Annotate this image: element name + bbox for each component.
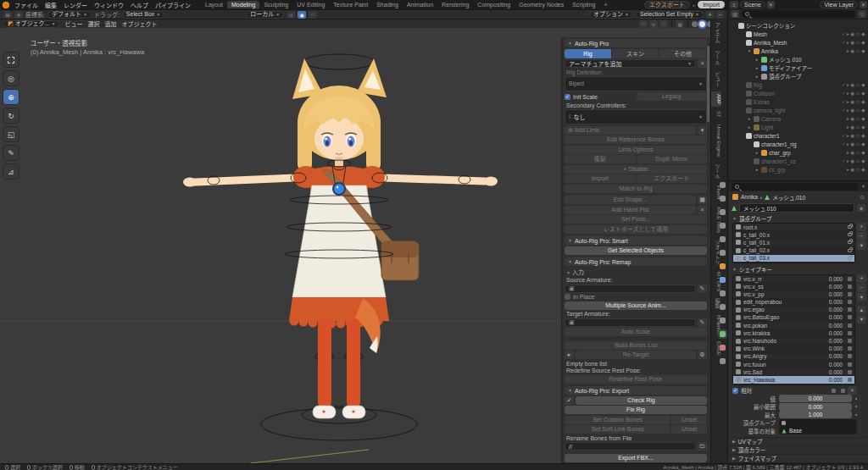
shading-wireframe-icon[interactable]	[692, 21, 698, 27]
add-hand-fist-button[interactable]: Add Hand Fist	[565, 206, 696, 214]
match-to-rig-button[interactable]: Match to Rig	[565, 185, 707, 193]
shape-key-row[interactable]: vrc_Hawawa 0.000	[733, 376, 854, 384]
vertex-group-specials-button[interactable]: ▾	[857, 241, 866, 250]
shape-key-mute-icon[interactable]	[848, 331, 852, 335]
shape-key-mute-icon[interactable]	[848, 378, 852, 382]
workspace-tab[interactable]: Scripting	[568, 1, 599, 8]
vertex-group-row[interactable]: c_tail_01.x	[733, 239, 854, 246]
menu-item[interactable]: ヘルプ	[127, 1, 152, 9]
visibility-toggles[interactable]: ▸◉▭◆	[847, 167, 866, 172]
outliner-row[interactable]: Rig ✓▸◉▭◆	[728, 80, 868, 89]
duplicate-button[interactable]: 複製	[565, 155, 636, 163]
properties-search-input[interactable]	[732, 183, 859, 191]
expand-icon[interactable]: ▸	[754, 65, 760, 70]
menu-item[interactable]: ファイル	[11, 1, 42, 9]
shape-key-row[interactable]: vrc.Wink 0.000	[733, 346, 854, 353]
limb-options-button[interactable]: Limb Options	[565, 146, 707, 154]
shape-keys-header[interactable]: ▼シェイプキー	[728, 265, 868, 274]
move-shape-key-down-button[interactable]: ▾	[857, 315, 866, 323]
redefine-rest-pose-button[interactable]: Redefine Rest Pose	[565, 375, 707, 384]
selection-set-add-button[interactable]: +	[706, 11, 714, 19]
selection-set-remove-button[interactable]: −	[716, 11, 724, 19]
shape-key-row[interactable]: vrc.pokan 0.000	[733, 322, 854, 329]
properties-tab-icon[interactable]	[720, 196, 726, 202]
expand-icon[interactable]: ▸	[754, 57, 760, 62]
workspace-tab[interactable]: +	[599, 1, 611, 8]
legacy-button[interactable]: Legacy	[637, 92, 708, 101]
arp-export-header[interactable]: ▼Auto-Rig Pro: Export	[565, 386, 707, 395]
shape-key-value[interactable]: 0.000	[829, 377, 843, 383]
shape-key-value[interactable]: 0.000	[829, 346, 843, 351]
remove-armature-button[interactable]: ×	[698, 59, 707, 68]
shape-key-row[interactable]: vrc.v_rr 0.000	[733, 275, 854, 283]
properties-tab-icon[interactable]	[720, 250, 726, 256]
n-panel-tab[interactable]: Unreal Engine	[711, 122, 721, 159]
disable-button[interactable]: × Disable	[565, 165, 707, 174]
outliner-row[interactable]: ▸ Light ▸◉▭◆	[728, 123, 868, 131]
arp-panel-header[interactable]: ▼Auto-Rig Pro	[565, 39, 707, 47]
shape-key-mute-icon[interactable]	[848, 339, 852, 343]
vertex-groups-header[interactable]: ▼頂点グループ	[728, 213, 868, 223]
snap-magnet-icon[interactable]: ∪	[287, 11, 295, 19]
shape-key-mute-icon[interactable]	[848, 315, 852, 319]
outliner-row[interactable]: ▸ モディファイアー	[728, 64, 868, 72]
collapsed-panel-header[interactable]: ▶頂点カラー	[728, 445, 868, 454]
annotate-tool[interactable]: ✎	[3, 145, 19, 161]
data-name-field[interactable]: メッシュ.010	[739, 203, 854, 213]
shape-key-mute-icon[interactable]	[848, 285, 852, 289]
set-soft-link-button[interactable]: Set Soft-Link Bones	[565, 425, 670, 434]
n-panel-tab[interactable]: アイテム	[711, 20, 721, 46]
secondary-controllers-dropdown[interactable]: ⟟なし▼	[565, 109, 707, 124]
collapsed-panel-header[interactable]: ▶フェイスマップ	[728, 454, 868, 462]
unset-custom-bones-button[interactable]: Unset	[671, 416, 707, 424]
viewport-menu-item[interactable]: 選択	[85, 19, 102, 28]
shape-key-value[interactable]: 0.000	[829, 323, 843, 329]
outliner-row[interactable]: ▸ メッシュ.010	[728, 55, 868, 64]
cursor-tool[interactable]: ◎	[3, 70, 19, 86]
menu-item[interactable]: レンダー	[60, 1, 91, 9]
outliner-row[interactable]: ▾ Annika ▸◉▭◆	[728, 47, 868, 55]
shape-key-value[interactable]: 0.000	[829, 369, 843, 375]
vertex-group-row[interactable]: root.x	[733, 224, 854, 231]
arp-scrollbar[interactable]	[707, 46, 709, 122]
add-shape-key-button[interactable]: +	[857, 274, 866, 283]
outliner-row[interactable]: ▸ Camera ▸◉▭◆	[728, 114, 868, 123]
add-limb-button[interactable]: ⊕ Add Limb	[565, 126, 696, 135]
visibility-toggles[interactable]: ▸◉▭◆	[847, 150, 866, 155]
collapsed-panel-header[interactable]: ▶UVマップ	[728, 437, 868, 445]
filter-icon[interactable]: ▽	[858, 10, 866, 18]
shape-key-value[interactable]: 0.000	[829, 276, 843, 282]
lock-icon[interactable]	[848, 225, 852, 229]
shape-key-row[interactable]: vrc.egao 0.000	[733, 307, 854, 314]
shape-key-row[interactable]: vrc.Sad 0.000	[733, 368, 854, 376]
properties-tab-icon[interactable]	[720, 358, 726, 364]
n-panel-tab[interactable]: ビュー	[711, 69, 721, 90]
shape-key-value[interactable]: 0.000	[829, 284, 843, 290]
measure-tool[interactable]: ⊿	[3, 163, 19, 180]
outliner-row[interactable]: Collision ✓▸◉▭◆	[728, 89, 868, 97]
workspace-tab[interactable]: Texture Paint	[329, 1, 372, 8]
relative-to-field[interactable]: Base	[779, 427, 857, 434]
blend-vertex-group-field[interactable]	[779, 419, 857, 427]
visibility-toggles[interactable]: ✓▸◉▭◆	[842, 141, 866, 147]
scale-tool[interactable]: ◱	[3, 126, 19, 142]
lock-icon[interactable]	[848, 241, 852, 244]
shape-key-row[interactable]: vrc.kirakira 0.000	[733, 329, 854, 337]
workspace-tab[interactable]: UV Editing	[292, 1, 329, 8]
rig-definition-dropdown[interactable]: Biped▼	[565, 76, 707, 91]
outliner-row[interactable]: character1_cs ✓▸◉▭◆	[728, 157, 868, 165]
unset-soft-link-button[interactable]: Unset	[671, 425, 707, 434]
arp-tab[interactable]: その他	[659, 49, 707, 58]
add-vertex-group-button[interactable]: +	[857, 223, 866, 231]
select-box-tool[interactable]	[3, 52, 19, 68]
relative-checkbox[interactable]: 相対	[732, 386, 752, 395]
menu-item[interactable]: パイプライン	[152, 1, 194, 9]
orientation-dropdown[interactable]: ローカル▼	[246, 11, 284, 19]
limb-dropdown-button[interactable]: ▾	[698, 126, 707, 135]
viewport-canvas[interactable]: ユーザー・透視投影 (0) Annika_Mesh | Annika : vrc…	[0, 28, 710, 463]
properties-tab-icon[interactable]	[720, 236, 726, 242]
edit-shape-button[interactable]: Edit Shape...	[565, 196, 696, 204]
drag-dropdown[interactable]: Select Box▼	[122, 11, 164, 19]
shape-key-mute-icon[interactable]	[848, 300, 852, 304]
visibility-toggles[interactable]: ✓▸◉▭◆	[842, 31, 866, 36]
